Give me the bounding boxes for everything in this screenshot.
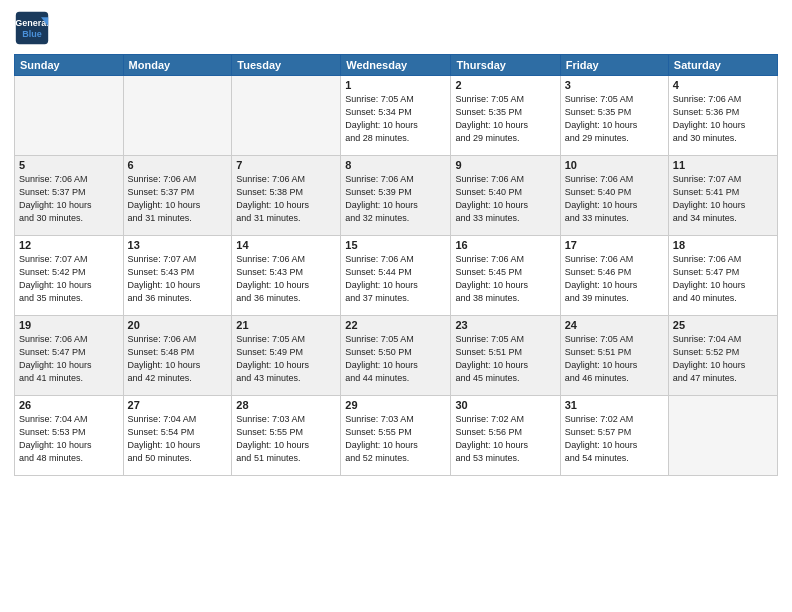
day-number: 29 <box>345 399 446 411</box>
calendar-cell: 28Sunrise: 7:03 AMSunset: 5:55 PMDayligh… <box>232 396 341 476</box>
calendar-cell: 8Sunrise: 7:06 AMSunset: 5:39 PMDaylight… <box>341 156 451 236</box>
calendar-week-row: 5Sunrise: 7:06 AMSunset: 5:37 PMDaylight… <box>15 156 778 236</box>
day-info: Sunrise: 7:06 AMSunset: 5:44 PMDaylight:… <box>345 253 446 305</box>
day-info: Sunrise: 7:06 AMSunset: 5:38 PMDaylight:… <box>236 173 336 225</box>
day-number: 21 <box>236 319 336 331</box>
day-info: Sunrise: 7:05 AMSunset: 5:34 PMDaylight:… <box>345 93 446 145</box>
day-info: Sunrise: 7:06 AMSunset: 5:37 PMDaylight:… <box>128 173 228 225</box>
calendar-cell <box>232 76 341 156</box>
day-info: Sunrise: 7:06 AMSunset: 5:40 PMDaylight:… <box>455 173 555 225</box>
calendar-cell: 2Sunrise: 7:05 AMSunset: 5:35 PMDaylight… <box>451 76 560 156</box>
day-info: Sunrise: 7:03 AMSunset: 5:55 PMDaylight:… <box>345 413 446 465</box>
day-number: 15 <box>345 239 446 251</box>
day-number: 23 <box>455 319 555 331</box>
day-number: 2 <box>455 79 555 91</box>
day-info: Sunrise: 7:06 AMSunset: 5:36 PMDaylight:… <box>673 93 773 145</box>
calendar-week-row: 26Sunrise: 7:04 AMSunset: 5:53 PMDayligh… <box>15 396 778 476</box>
calendar-cell: 13Sunrise: 7:07 AMSunset: 5:43 PMDayligh… <box>123 236 232 316</box>
day-info: Sunrise: 7:06 AMSunset: 5:40 PMDaylight:… <box>565 173 664 225</box>
calendar-cell: 4Sunrise: 7:06 AMSunset: 5:36 PMDaylight… <box>668 76 777 156</box>
day-info: Sunrise: 7:07 AMSunset: 5:41 PMDaylight:… <box>673 173 773 225</box>
calendar-week-row: 1Sunrise: 7:05 AMSunset: 5:34 PMDaylight… <box>15 76 778 156</box>
day-info: Sunrise: 7:05 AMSunset: 5:35 PMDaylight:… <box>565 93 664 145</box>
day-info: Sunrise: 7:07 AMSunset: 5:43 PMDaylight:… <box>128 253 228 305</box>
day-info: Sunrise: 7:06 AMSunset: 5:48 PMDaylight:… <box>128 333 228 385</box>
calendar-week-row: 12Sunrise: 7:07 AMSunset: 5:42 PMDayligh… <box>15 236 778 316</box>
calendar-cell: 15Sunrise: 7:06 AMSunset: 5:44 PMDayligh… <box>341 236 451 316</box>
calendar-cell: 11Sunrise: 7:07 AMSunset: 5:41 PMDayligh… <box>668 156 777 236</box>
day-number: 8 <box>345 159 446 171</box>
day-number: 5 <box>19 159 119 171</box>
weekday-header-saturday: Saturday <box>668 55 777 76</box>
logo-icon: General Blue <box>14 10 50 46</box>
weekday-header-sunday: Sunday <box>15 55 124 76</box>
calendar-cell: 9Sunrise: 7:06 AMSunset: 5:40 PMDaylight… <box>451 156 560 236</box>
calendar-cell: 6Sunrise: 7:06 AMSunset: 5:37 PMDaylight… <box>123 156 232 236</box>
calendar-cell <box>123 76 232 156</box>
calendar-cell: 12Sunrise: 7:07 AMSunset: 5:42 PMDayligh… <box>15 236 124 316</box>
calendar-cell: 14Sunrise: 7:06 AMSunset: 5:43 PMDayligh… <box>232 236 341 316</box>
day-info: Sunrise: 7:05 AMSunset: 5:51 PMDaylight:… <box>565 333 664 385</box>
calendar-cell: 18Sunrise: 7:06 AMSunset: 5:47 PMDayligh… <box>668 236 777 316</box>
day-number: 30 <box>455 399 555 411</box>
weekday-header-wednesday: Wednesday <box>341 55 451 76</box>
weekday-header-tuesday: Tuesday <box>232 55 341 76</box>
calendar-week-row: 19Sunrise: 7:06 AMSunset: 5:47 PMDayligh… <box>15 316 778 396</box>
logo: General Blue <box>14 10 50 46</box>
day-number: 19 <box>19 319 119 331</box>
calendar-cell: 30Sunrise: 7:02 AMSunset: 5:56 PMDayligh… <box>451 396 560 476</box>
day-number: 16 <box>455 239 555 251</box>
day-number: 12 <box>19 239 119 251</box>
day-number: 3 <box>565 79 664 91</box>
day-info: Sunrise: 7:06 AMSunset: 5:37 PMDaylight:… <box>19 173 119 225</box>
day-number: 24 <box>565 319 664 331</box>
svg-text:Blue: Blue <box>22 29 42 39</box>
day-number: 14 <box>236 239 336 251</box>
calendar-cell: 27Sunrise: 7:04 AMSunset: 5:54 PMDayligh… <box>123 396 232 476</box>
page: General Blue SundayMondayTuesdayWednesda… <box>0 0 792 612</box>
day-number: 25 <box>673 319 773 331</box>
day-number: 22 <box>345 319 446 331</box>
day-info: Sunrise: 7:03 AMSunset: 5:55 PMDaylight:… <box>236 413 336 465</box>
day-number: 10 <box>565 159 664 171</box>
header: General Blue <box>14 10 778 46</box>
day-number: 4 <box>673 79 773 91</box>
day-info: Sunrise: 7:06 AMSunset: 5:45 PMDaylight:… <box>455 253 555 305</box>
calendar-cell: 31Sunrise: 7:02 AMSunset: 5:57 PMDayligh… <box>560 396 668 476</box>
day-number: 9 <box>455 159 555 171</box>
calendar-cell <box>15 76 124 156</box>
day-number: 7 <box>236 159 336 171</box>
calendar-cell: 3Sunrise: 7:05 AMSunset: 5:35 PMDaylight… <box>560 76 668 156</box>
day-info: Sunrise: 7:07 AMSunset: 5:42 PMDaylight:… <box>19 253 119 305</box>
day-info: Sunrise: 7:04 AMSunset: 5:52 PMDaylight:… <box>673 333 773 385</box>
day-info: Sunrise: 7:06 AMSunset: 5:47 PMDaylight:… <box>19 333 119 385</box>
day-info: Sunrise: 7:02 AMSunset: 5:56 PMDaylight:… <box>455 413 555 465</box>
day-info: Sunrise: 7:06 AMSunset: 5:39 PMDaylight:… <box>345 173 446 225</box>
weekday-header-thursday: Thursday <box>451 55 560 76</box>
day-number: 28 <box>236 399 336 411</box>
calendar-table: SundayMondayTuesdayWednesdayThursdayFrid… <box>14 54 778 476</box>
day-info: Sunrise: 7:06 AMSunset: 5:47 PMDaylight:… <box>673 253 773 305</box>
day-info: Sunrise: 7:06 AMSunset: 5:43 PMDaylight:… <box>236 253 336 305</box>
calendar-cell: 7Sunrise: 7:06 AMSunset: 5:38 PMDaylight… <box>232 156 341 236</box>
calendar-cell: 5Sunrise: 7:06 AMSunset: 5:37 PMDaylight… <box>15 156 124 236</box>
day-info: Sunrise: 7:05 AMSunset: 5:49 PMDaylight:… <box>236 333 336 385</box>
day-number: 13 <box>128 239 228 251</box>
day-number: 18 <box>673 239 773 251</box>
calendar-cell: 20Sunrise: 7:06 AMSunset: 5:48 PMDayligh… <box>123 316 232 396</box>
calendar-cell: 24Sunrise: 7:05 AMSunset: 5:51 PMDayligh… <box>560 316 668 396</box>
calendar-cell: 23Sunrise: 7:05 AMSunset: 5:51 PMDayligh… <box>451 316 560 396</box>
day-number: 27 <box>128 399 228 411</box>
day-info: Sunrise: 7:02 AMSunset: 5:57 PMDaylight:… <box>565 413 664 465</box>
weekday-header-monday: Monday <box>123 55 232 76</box>
calendar-cell: 26Sunrise: 7:04 AMSunset: 5:53 PMDayligh… <box>15 396 124 476</box>
day-number: 17 <box>565 239 664 251</box>
day-info: Sunrise: 7:04 AMSunset: 5:53 PMDaylight:… <box>19 413 119 465</box>
day-info: Sunrise: 7:05 AMSunset: 5:35 PMDaylight:… <box>455 93 555 145</box>
day-info: Sunrise: 7:04 AMSunset: 5:54 PMDaylight:… <box>128 413 228 465</box>
day-info: Sunrise: 7:05 AMSunset: 5:50 PMDaylight:… <box>345 333 446 385</box>
calendar-cell: 17Sunrise: 7:06 AMSunset: 5:46 PMDayligh… <box>560 236 668 316</box>
calendar-cell: 16Sunrise: 7:06 AMSunset: 5:45 PMDayligh… <box>451 236 560 316</box>
calendar-cell <box>668 396 777 476</box>
day-number: 1 <box>345 79 446 91</box>
